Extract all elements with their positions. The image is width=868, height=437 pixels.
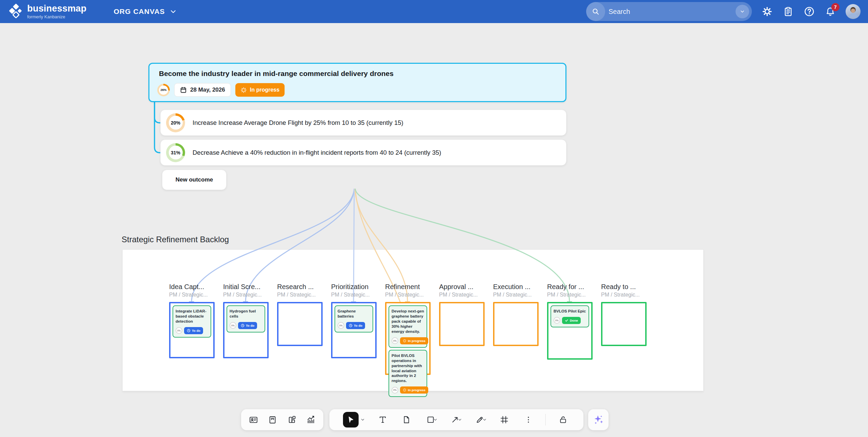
search-icon[interactable]: [586, 2, 605, 21]
column-title: Initial Scre...: [223, 283, 269, 291]
connector-goal-outcome-1: [155, 102, 161, 123]
column-title: Research ...: [277, 283, 323, 291]
column-subtitle: PM / Strategic...: [277, 292, 323, 298]
chevron-down-icon: [170, 8, 177, 15]
outcome-text: Increase Increase Average Drone Flight b…: [193, 119, 403, 127]
column-box[interactable]: [601, 302, 647, 346]
goal-progress-ring: 26%: [157, 84, 170, 96]
new-outcome-button[interactable]: New outcome: [162, 170, 227, 190]
outcome-card-2[interactable]: 31% Decrease Achieve a 40% reduction in …: [160, 139, 566, 166]
card-status-badge[interactable]: To do: [184, 327, 203, 334]
check-icon: [565, 319, 568, 322]
businessmap-logo-icon: [9, 4, 23, 19]
column-box[interactable]: Develop next-gen graphene battery pack c…: [385, 302, 431, 375]
backlog-card[interactable]: BVLOS Pilot Epic0%Done: [550, 305, 589, 327]
search-scope-dropdown[interactable]: [736, 5, 749, 18]
goal-status-badge[interactable]: In progress: [235, 83, 285, 97]
card-template-icon[interactable]: [247, 413, 260, 426]
in-progress-icon: [403, 388, 406, 392]
card-status-label: To do: [246, 324, 254, 327]
card-status-label: In progress: [408, 339, 426, 343]
column-box[interactable]: [277, 302, 323, 346]
column-title: Prioritization: [331, 283, 377, 291]
card-status-badge[interactable]: Done: [562, 317, 581, 324]
column-subtitle: PM / Strategic...: [385, 292, 431, 298]
card-title: Graphene batteries: [338, 309, 370, 319]
toolbar-tools-group: [329, 409, 583, 430]
column-box[interactable]: BVLOS Pilot Epic0%Done: [547, 302, 593, 360]
card-progress: 0%: [176, 327, 182, 334]
frame-icon[interactable]: [498, 413, 511, 426]
column-title: Refinement: [385, 283, 431, 291]
blocks-icon[interactable]: [285, 413, 299, 426]
column-box[interactable]: [493, 302, 539, 346]
text-tool-icon[interactable]: [376, 413, 390, 426]
column-subtitle: PM / Strategic...: [601, 292, 647, 298]
org-canvas-switcher[interactable]: ORG CANVAS: [114, 7, 177, 16]
column-subtitle: PM / Strategic...: [331, 292, 377, 298]
chevron-down-icon[interactable]: [360, 417, 365, 422]
backlog-card[interactable]: Pilot BVLOS operations in partnership wi…: [388, 350, 427, 397]
search-input[interactable]: [605, 8, 736, 16]
column-box[interactable]: Hydrogen fuel cells0%To do: [223, 302, 269, 358]
column-title: Execution ...: [493, 283, 539, 291]
card-title: Develop next-gen graphene battery pack c…: [392, 309, 424, 334]
unlock-icon[interactable]: [556, 413, 570, 426]
column-box[interactable]: [439, 302, 485, 346]
bell-icon[interactable]: 7: [825, 6, 836, 17]
goal-title: Become the industry leader in mid-range …: [159, 70, 394, 78]
chevron-down-icon[interactable]: [482, 417, 487, 422]
help-icon[interactable]: [803, 6, 815, 17]
clock-icon: [349, 324, 352, 327]
clock-icon: [187, 329, 191, 332]
chart-icon[interactable]: [304, 413, 318, 426]
column-title: Ready for ...: [547, 283, 593, 291]
column-box[interactable]: Graphene batteries0%To do: [331, 302, 377, 358]
brand-logo[interactable]: businessmap formerly Kanbanize: [9, 4, 87, 19]
backlog-card[interactable]: Graphene batteries0%To do: [334, 305, 373, 332]
goal-due-date-chip[interactable]: 28 May, 2026: [174, 83, 231, 97]
card-status-label: To do: [192, 329, 200, 332]
more-kebab-icon[interactable]: [522, 413, 535, 426]
select-cursor-icon[interactable]: [343, 412, 359, 428]
top-nav-bar: businessmap formerly Kanbanize ORG CANVA…: [0, 0, 868, 23]
backlog-card[interactable]: Integrate LiDAR-based obstacle detection…: [173, 305, 211, 338]
card-status-badge[interactable]: To do: [238, 322, 257, 329]
avatar[interactable]: [846, 4, 861, 19]
backlog-column: PrioritizationPM / Strategic...Graphene …: [331, 283, 377, 358]
card-title: Hydrogen fuel cells: [230, 309, 262, 319]
chevron-down-icon[interactable]: [433, 417, 438, 422]
search-bar[interactable]: [586, 2, 752, 21]
chevron-down-icon[interactable]: [457, 417, 463, 422]
goal-due-date: 28 May, 2026: [190, 87, 225, 93]
kanban-board-icon[interactable]: [266, 413, 279, 426]
card-status-label: To do: [354, 324, 362, 327]
document-icon[interactable]: [400, 413, 413, 426]
calendar-icon: [180, 87, 187, 93]
card-status-label: Done: [570, 319, 578, 322]
card-status-badge[interactable]: In progress: [400, 337, 428, 344]
column-subtitle: PM / Strategic...: [547, 292, 593, 298]
backlog-card[interactable]: Develop next-gen graphene battery pack c…: [388, 305, 427, 348]
column-subtitle: PM / Strategic...: [169, 292, 215, 298]
clock-icon: [241, 324, 245, 327]
card-status-badge[interactable]: To do: [346, 322, 365, 329]
card-title: BVLOS Pilot Epic: [554, 309, 586, 314]
column-box[interactable]: Integrate LiDAR-based obstacle detection…: [169, 302, 215, 358]
backlog-column: Execution ...PM / Strategic...: [493, 283, 539, 346]
goal-card[interactable]: Become the industry leader in mid-range …: [148, 63, 566, 102]
ai-sparkle-icon[interactable]: [588, 409, 609, 430]
outcome-progress-ring: 31%: [166, 143, 185, 162]
backlog-column: Research ...PM / Strategic...: [277, 283, 323, 346]
clipboard-icon[interactable]: [782, 6, 794, 17]
backlog-column: Initial Scre...PM / Strategic...Hydrogen…: [223, 283, 269, 358]
card-progress: 0%: [230, 322, 236, 329]
backlog-title: Strategic Refinement Backlog: [122, 235, 229, 244]
card-title: Integrate LiDAR-based obstacle detection: [176, 309, 208, 324]
backlog-column: Idea Capt...PM / Strategic...Integrate L…: [169, 283, 215, 358]
settings-gear-icon[interactable]: [761, 6, 773, 17]
card-status-badge[interactable]: In progress: [400, 386, 428, 394]
outcome-card-1[interactable]: 20% Increase Increase Average Drone Flig…: [160, 110, 566, 136]
column-title: Approval ...: [439, 283, 485, 291]
backlog-card[interactable]: Hydrogen fuel cells0%To do: [227, 305, 265, 332]
